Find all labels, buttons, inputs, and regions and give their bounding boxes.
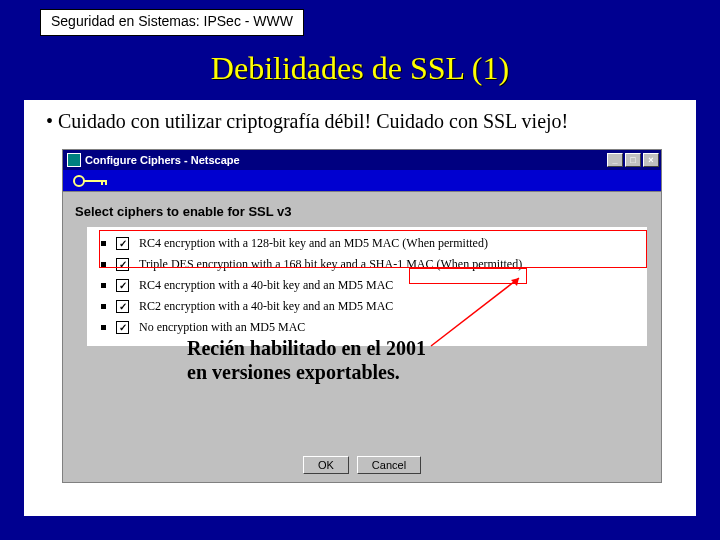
netscape-dialog: Configure Ciphers - Netscape _ □ × Selec…: [62, 149, 662, 483]
slide-title: Debilidades de SSL (1): [26, 50, 694, 87]
cipher-label: Triple DES encryption with a 168 bit key…: [139, 257, 522, 272]
dialog-buttons: OK Cancel: [63, 456, 661, 474]
slide: Seguridad en Sistemas: IPSec - WWW Debil…: [0, 0, 720, 540]
annotation-line1: Recién habilitado en el 2001: [187, 336, 426, 360]
main-bullet: • Cuidado con utilizar criptografía débi…: [24, 100, 696, 143]
svg-point-0: [74, 176, 84, 186]
cipher-label: RC2 encryption with a 40-bit key and an …: [139, 299, 393, 314]
svg-rect-1: [83, 180, 107, 182]
cipher-checkbox[interactable]: [116, 279, 129, 292]
window-title: Configure Ciphers - Netscape: [85, 154, 240, 166]
maximize-button[interactable]: □: [625, 153, 641, 167]
system-icon: [67, 153, 81, 167]
titlebar-buttons: _ □ ×: [607, 153, 659, 167]
bullet-icon: [101, 262, 106, 267]
cipher-row: RC4 encryption with a 128-bit key and an…: [93, 233, 641, 254]
cipher-checkbox[interactable]: [116, 321, 129, 334]
cipher-label: RC4 encryption with a 128-bit key and an…: [139, 236, 488, 251]
section-heading: Select ciphers to enable for SSL v3: [63, 192, 661, 227]
bullet-icon: [101, 283, 106, 288]
bullet-icon: [101, 325, 106, 330]
cipher-row: RC4 encryption with a 40-bit key and an …: [93, 275, 641, 296]
key-strip: [63, 170, 661, 192]
cipher-checkbox[interactable]: [116, 237, 129, 250]
cipher-label: RC4 encryption with a 40-bit key and an …: [139, 278, 393, 293]
svg-rect-3: [105, 180, 107, 185]
ok-button[interactable]: OK: [303, 456, 349, 474]
cipher-row: RC2 encryption with a 40-bit key and an …: [93, 296, 641, 317]
bullet-icon: [101, 304, 106, 309]
cipher-checkbox[interactable]: [116, 258, 129, 271]
annotation-line2: en versiones exportables.: [187, 360, 426, 384]
title-bar: Debilidades de SSL (1): [26, 50, 694, 94]
key-icon: [71, 173, 115, 189]
annotation-arrow-icon: [431, 346, 519, 348]
cancel-button[interactable]: Cancel: [357, 456, 421, 474]
cipher-row: Triple DES encryption with a 168 bit key…: [93, 254, 641, 275]
titlebar: Configure Ciphers - Netscape _ □ ×: [63, 150, 661, 170]
svg-rect-2: [101, 180, 103, 185]
annotation-text: Recién habilitado en el 2001 en versione…: [187, 336, 426, 384]
bullet-icon: [101, 241, 106, 246]
titlebar-left: Configure Ciphers - Netscape: [65, 153, 240, 167]
content-area: • Cuidado con utilizar criptografía débi…: [24, 100, 696, 516]
header-label: Seguridad en Sistemas: IPSec - WWW: [40, 9, 304, 36]
cipher-label: No encryption with an MD5 MAC: [139, 320, 305, 335]
cipher-checkbox[interactable]: [116, 300, 129, 313]
cipher-row: No encryption with an MD5 MAC: [93, 317, 641, 338]
minimize-button[interactable]: _: [607, 153, 623, 167]
close-button[interactable]: ×: [643, 153, 659, 167]
cipher-list: RC4 encryption with a 128-bit key and an…: [87, 227, 647, 346]
